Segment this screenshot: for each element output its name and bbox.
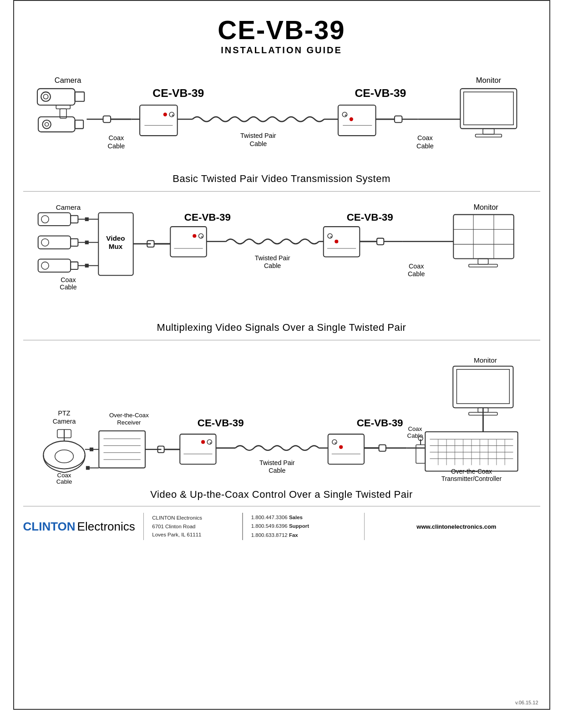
svg-point-69 bbox=[193, 234, 196, 238]
svg-text:Receiver: Receiver bbox=[117, 419, 141, 426]
svg-point-2 bbox=[41, 92, 51, 101]
svg-text:CE-VB-39: CE-VB-39 bbox=[197, 417, 243, 429]
svg-rect-51 bbox=[71, 262, 78, 269]
svg-text:Cable: Cable bbox=[408, 270, 425, 278]
svg-text:Coax: Coax bbox=[408, 425, 422, 432]
guide-subtitle: INSTALLATION GUIDE bbox=[23, 45, 540, 56]
svg-rect-45 bbox=[71, 216, 78, 223]
svg-rect-136 bbox=[379, 445, 385, 451]
svg-rect-129 bbox=[328, 434, 364, 464]
diagram3-area: PTZ Camera Coax Cable Over-the-Coax Rece… bbox=[23, 349, 540, 485]
svg-rect-13 bbox=[103, 116, 111, 122]
diagram2-section: Camera Coax Cable bbox=[23, 200, 540, 334]
svg-rect-41 bbox=[475, 134, 502, 137]
svg-rect-120 bbox=[180, 434, 216, 464]
svg-rect-16 bbox=[140, 105, 178, 136]
svg-text:Cable: Cable bbox=[60, 283, 76, 291]
svg-point-80 bbox=[335, 240, 338, 243]
svg-point-8 bbox=[42, 120, 51, 129]
svg-point-17 bbox=[163, 113, 167, 116]
divider1 bbox=[23, 191, 540, 192]
footer-contact: 1.800.447.3306 Sales 1.800.549.6396 Supp… bbox=[251, 513, 356, 540]
svg-rect-89 bbox=[453, 215, 514, 259]
svg-rect-4 bbox=[56, 105, 70, 109]
svg-text:+: + bbox=[209, 441, 211, 445]
svg-rect-59 bbox=[85, 241, 88, 244]
footer: CLINTON Electronics CLINTON Electronics … bbox=[23, 506, 540, 540]
svg-text:Camera: Camera bbox=[52, 418, 76, 425]
svg-text:PTZ: PTZ bbox=[58, 410, 70, 417]
svg-point-49 bbox=[41, 239, 48, 246]
svg-rect-84 bbox=[377, 238, 384, 245]
svg-text:Video: Video bbox=[106, 234, 125, 242]
phone-support: 1.800.549.6396 Support bbox=[251, 522, 356, 531]
svg-text:Coax: Coax bbox=[61, 276, 76, 283]
svg-text:Twisted Pair: Twisted Pair bbox=[259, 459, 295, 466]
diagram2-title: Multiplexing Video Signals Over a Single… bbox=[23, 322, 540, 334]
diagram1-title: Basic Twisted Pair Video Transmission Sy… bbox=[23, 173, 540, 185]
phone-fax: 1.800.633.8712 Fax bbox=[251, 531, 356, 540]
svg-rect-113 bbox=[89, 448, 93, 451]
diagram1-section: Camera bbox=[23, 69, 540, 185]
brand-clinton: CLINTON bbox=[23, 520, 76, 534]
svg-text:+: + bbox=[330, 235, 332, 239]
svg-rect-48 bbox=[71, 239, 78, 246]
svg-text:CE-VB-39: CE-VB-39 bbox=[356, 417, 403, 429]
svg-rect-107 bbox=[99, 431, 145, 468]
svg-rect-94 bbox=[478, 258, 488, 264]
svg-rect-47 bbox=[38, 236, 70, 249]
svg-rect-26 bbox=[338, 105, 375, 136]
svg-point-29 bbox=[349, 117, 353, 121]
svg-rect-77 bbox=[323, 227, 360, 257]
page: CE-VB-39 INSTALLATION GUIDE Camera bbox=[13, 0, 550, 710]
svg-text:+: + bbox=[334, 441, 336, 445]
svg-rect-33 bbox=[394, 116, 402, 122]
address-line2: 6701 Clinton Road bbox=[152, 522, 234, 531]
footer-address: CLINTON Electronics 6701 Clinton Road Lo… bbox=[152, 514, 234, 539]
svg-text:Camera: Camera bbox=[56, 203, 81, 211]
brand-electronics: Electronics bbox=[77, 520, 135, 534]
diagram1-area: Camera bbox=[23, 69, 540, 169]
svg-rect-50 bbox=[38, 259, 70, 273]
diagram2-area: Camera Coax Cable bbox=[23, 200, 540, 318]
diagram3-svg: PTZ Camera Coax Cable Over-the-Coax Rece… bbox=[23, 349, 540, 485]
svg-text:Transmitter/Controller: Transmitter/Controller bbox=[441, 475, 502, 482]
product-title: CE-VB-39 bbox=[23, 15, 540, 45]
svg-text:Over-the-Coax: Over-the-Coax bbox=[109, 412, 149, 419]
svg-text:Monitor: Monitor bbox=[473, 203, 498, 211]
svg-text:Cable: Cable bbox=[416, 142, 434, 150]
svg-text:Cable: Cable bbox=[56, 478, 72, 485]
svg-text:Coax: Coax bbox=[417, 134, 433, 142]
camera-label: Camera bbox=[54, 76, 81, 85]
svg-rect-40 bbox=[483, 129, 494, 134]
header: CE-VB-39 INSTALLATION GUIDE bbox=[23, 15, 540, 56]
svg-text:Cable: Cable bbox=[107, 142, 125, 150]
svg-text:Coax: Coax bbox=[57, 472, 71, 479]
svg-rect-7 bbox=[75, 120, 83, 129]
footer-divider2 bbox=[242, 513, 243, 540]
svg-text:Monitor: Monitor bbox=[474, 356, 497, 364]
svg-text:CE-VB-39: CE-VB-39 bbox=[184, 212, 230, 223]
footer-divider1 bbox=[143, 513, 144, 540]
svg-rect-38 bbox=[460, 89, 517, 129]
svg-rect-58 bbox=[85, 217, 88, 221]
svg-rect-118 bbox=[86, 466, 89, 470]
svg-rect-141 bbox=[453, 366, 513, 408]
diagram3-title: Video & Up-the-Coax Control Over a Singl… bbox=[23, 489, 540, 500]
footer-website: www.clintonelectronics.com bbox=[373, 523, 540, 530]
svg-rect-95 bbox=[468, 264, 497, 267]
svg-text:CE-VB-39: CE-VB-39 bbox=[152, 87, 204, 99]
footer-divider3 bbox=[364, 513, 365, 540]
svg-rect-39 bbox=[463, 92, 513, 125]
svg-point-9 bbox=[45, 122, 48, 126]
svg-text:CE-VB-39: CE-VB-39 bbox=[355, 87, 406, 99]
svg-point-3 bbox=[43, 94, 48, 99]
divider2 bbox=[23, 340, 540, 340]
svg-text:Cable: Cable bbox=[264, 262, 280, 269]
address-line3: Loves Park, IL 61111 bbox=[152, 531, 234, 539]
svg-text:Monitor: Monitor bbox=[476, 76, 501, 85]
svg-text:Cable: Cable bbox=[269, 467, 285, 474]
phone-sales: 1.800.447.3306 Sales bbox=[251, 513, 356, 522]
svg-text:+: + bbox=[171, 113, 174, 118]
svg-text:CE-VB-39: CE-VB-39 bbox=[346, 212, 393, 223]
